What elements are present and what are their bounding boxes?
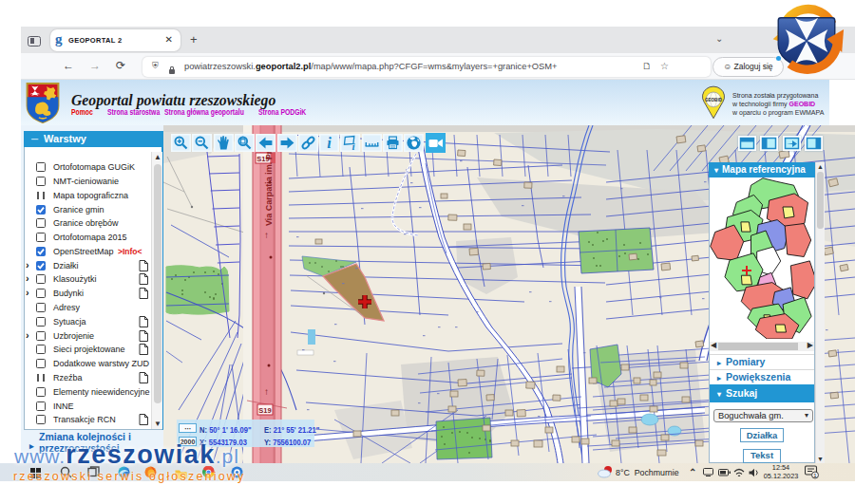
svg-text:↑: ↑ [264,230,269,240]
svg-text:Via Carpatia im. Prez: Via Carpatia im. Prez [264,141,274,226]
svg-text:S19: S19 [258,406,271,415]
svg-text:i: i [352,140,356,152]
svg-text:↑: ↑ [264,386,269,397]
svg-text:GEOBID: GEOBID [705,98,723,103]
svg-text:i: i [327,134,332,152]
